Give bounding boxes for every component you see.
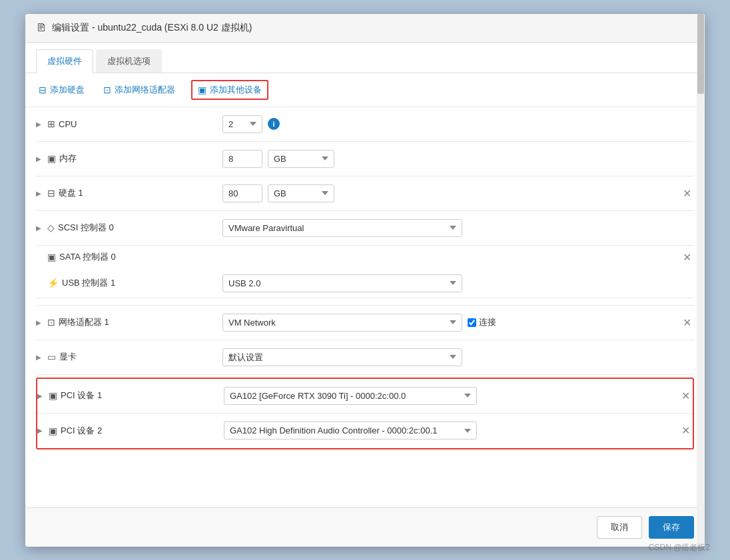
pci2-delete-button[interactable]: ✕ <box>679 424 693 437</box>
add-network-icon: ⊡ <box>103 85 111 95</box>
scsi0-expand-arrow: ▶ <box>36 224 41 232</box>
sata0-label[interactable]: ▶ ▣ SATA 控制器 0 <box>36 251 222 263</box>
cpu-controls: 2 i <box>222 115 694 133</box>
network1-row: ▶ ⊡ 网络适配器 1 VM Network VM LAN 连接 ✕ <box>36 306 694 340</box>
pci2-row: ▶ ▣ PCI 设备 2 GA102 High Definition Audio… <box>37 414 693 448</box>
memory-row: ▶ ▣ 内存 MB GB <box>36 142 694 176</box>
scsi0-select[interactable]: VMware Paravirtual LSI Logic SAS <box>222 219 462 237</box>
usb1-row: ▶ ⚡ USB 控制器 1 USB 2.0 USB 3.0 USB 3.1 <box>36 269 694 298</box>
cpu-info-icon[interactable]: i <box>268 118 280 130</box>
network1-controls: VM Network VM LAN 连接 ✕ <box>222 314 694 332</box>
pci1-row: ▶ ▣ PCI 设备 1 GA102 [GeForce RTX 3090 Ti]… <box>37 379 693 414</box>
pci2-label[interactable]: ▶ ▣ PCI 设备 2 <box>37 425 224 437</box>
display-icon: ▭ <box>47 352 56 362</box>
display-select[interactable]: 默认设置 自动检测 <box>222 348 462 366</box>
memory-label[interactable]: ▶ ▣ 内存 <box>36 152 222 164</box>
tabs-bar: 虚拟硬件 虚拟机选项 <box>25 43 705 73</box>
toolbar: ⊟ 添加硬盘 ⊡ 添加网络适配器 ▣ 添加其他设备 <box>25 73 705 107</box>
sata0-controls: ✕ <box>222 251 694 264</box>
dialog-footer: 取消 保存 <box>25 507 705 547</box>
cancel-button[interactable]: 取消 <box>597 516 642 539</box>
memory-input[interactable] <box>222 150 262 168</box>
display-row: ▶ ▭ 显卡 默认设置 自动检测 <box>36 340 694 375</box>
dialog-title-icon: 🖹 <box>36 22 47 34</box>
memory-icon: ▣ <box>47 153 56 164</box>
tab-vm-options[interactable]: 虚拟机选项 <box>96 49 162 73</box>
pci-highlighted-group: ▶ ▣ PCI 设备 1 GA102 [GeForce RTX 3090 Ti]… <box>36 378 694 449</box>
disk1-icon: ⊟ <box>47 188 55 198</box>
disk1-unit-select[interactable]: MB GB TB <box>268 184 334 202</box>
network1-connect-checkbox[interactable] <box>468 318 476 327</box>
add-other-button[interactable]: ▣ 添加其他设备 <box>191 80 268 100</box>
pci2-select[interactable]: GA102 High Definition Audio Controller -… <box>224 421 477 439</box>
network1-delete-button[interactable]: ✕ <box>680 316 694 329</box>
cpu-expand-arrow: ▶ <box>36 121 41 128</box>
sata0-row: ▶ ▣ SATA 控制器 0 ✕ <box>36 246 694 269</box>
pci1-select[interactable]: GA102 [GeForce RTX 3090 Ti] - 0000:2c:00… <box>224 387 477 405</box>
scsi0-label[interactable]: ▶ ◇ SCSI 控制器 0 <box>36 222 222 234</box>
sata0-delete-button[interactable]: ✕ <box>680 251 694 264</box>
usb-spacer <box>36 298 694 305</box>
scsi0-row: ▶ ◇ SCSI 控制器 0 VMware Paravirtual LSI Lo… <box>36 211 694 246</box>
memory-unit-select[interactable]: MB GB <box>268 150 334 168</box>
watermark: CSDN @搭老板2 <box>649 542 710 553</box>
pci1-controls: GA102 [GeForce RTX 3090 Ti] - 0000:2c:00… <box>224 387 693 405</box>
sata-usb-group-row: ▶ ▣ SATA 控制器 0 ✕ ▶ ⚡ USB 控制器 1 USB 2.0 <box>36 246 694 306</box>
dialog-title-bar: 🖹 编辑设置 - ubuntu22_cuda (ESXi 8.0 U2 虚拟机) <box>25 14 705 43</box>
network1-icon: ⊡ <box>47 317 55 328</box>
display-label[interactable]: ▶ ▭ 显卡 <box>36 351 222 363</box>
sata0-icon: ▣ <box>47 252 56 262</box>
display-controls: 默认设置 自动检测 <box>222 348 694 366</box>
usb1-icon: ⚡ <box>47 278 59 288</box>
disk1-row: ▶ ⊟ 硬盘 1 MB GB TB ✕ <box>36 176 694 211</box>
display-expand-arrow: ▶ <box>36 354 41 361</box>
edit-settings-dialog: 🖹 编辑设置 - ubuntu22_cuda (ESXi 8.0 U2 虚拟机)… <box>25 14 705 547</box>
add-disk-button[interactable]: ⊟ 添加硬盘 <box>36 83 87 97</box>
network1-select[interactable]: VM Network VM LAN <box>222 314 462 332</box>
cpu-row: ▶ ⊞ CPU 2 i <box>36 107 694 142</box>
network1-expand-arrow: ▶ <box>36 319 41 326</box>
add-network-button[interactable]: ⊡ 添加网络适配器 <box>101 83 178 97</box>
cpu-select[interactable]: 2 <box>222 115 262 133</box>
disk1-expand-arrow: ▶ <box>36 190 41 197</box>
pci1-delete-button[interactable]: ✕ <box>679 390 693 402</box>
cpu-label[interactable]: ▶ ⊞ CPU <box>36 119 222 129</box>
memory-controls: MB GB <box>222 150 694 168</box>
network1-label[interactable]: ▶ ⊡ 网络适配器 1 <box>36 316 222 328</box>
save-button[interactable]: 保存 <box>649 516 694 539</box>
tab-virtual-hardware[interactable]: 虚拟硬件 <box>36 49 93 73</box>
add-disk-icon: ⊟ <box>39 85 47 95</box>
scrollbar-track[interactable] <box>697 14 705 547</box>
pci1-icon: ▣ <box>49 390 57 401</box>
scsi0-controls: VMware Paravirtual LSI Logic SAS <box>222 219 694 237</box>
usb1-label[interactable]: ▶ ⚡ USB 控制器 1 <box>36 277 222 289</box>
scsi0-icon: ◇ <box>47 222 55 233</box>
cpu-icon: ⊞ <box>47 119 55 129</box>
usb1-select[interactable]: USB 2.0 USB 3.0 USB 3.1 <box>222 274 462 292</box>
usb1-controls: USB 2.0 USB 3.0 USB 3.1 <box>222 274 694 292</box>
content-area: ▶ ⊞ CPU 2 i ▶ ▣ 内存 MB GB <box>25 107 705 507</box>
network1-connect-label: 连接 <box>468 316 496 328</box>
add-other-icon: ▣ <box>198 85 206 95</box>
disk1-controls: MB GB TB ✕ <box>222 184 694 202</box>
scrollbar-thumb[interactable] <box>697 14 704 94</box>
pci1-expand-arrow: ▶ <box>37 392 43 400</box>
pci2-icon: ▣ <box>49 425 57 436</box>
disk1-label[interactable]: ▶ ⊟ 硬盘 1 <box>36 187 222 199</box>
dialog-title-text: 编辑设置 - ubuntu22_cuda (ESXi 8.0 U2 虚拟机) <box>52 22 252 34</box>
disk1-input[interactable] <box>222 184 262 202</box>
disk1-delete-button[interactable]: ✕ <box>680 187 694 200</box>
pci2-controls: GA102 High Definition Audio Controller -… <box>224 421 693 439</box>
memory-expand-arrow: ▶ <box>36 155 41 162</box>
pci1-label[interactable]: ▶ ▣ PCI 设备 1 <box>37 390 224 402</box>
pci2-expand-arrow: ▶ <box>37 427 43 434</box>
